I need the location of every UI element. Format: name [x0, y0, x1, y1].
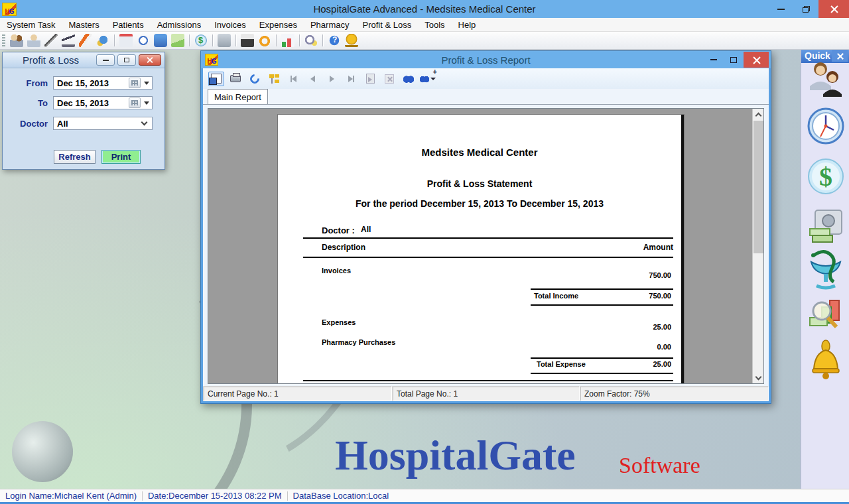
refresh-button[interactable]: Refresh: [54, 150, 96, 164]
alerts-bell-icon[interactable]: [807, 340, 844, 381]
print-button[interactable]: Print: [101, 150, 141, 164]
safe-icon[interactable]: [218, 34, 231, 47]
next-page-button[interactable]: [324, 72, 340, 86]
report-status-bar: Current Page No.: 1 Total Page No.: 1 Zo…: [203, 386, 769, 401]
scroll-up-button[interactable]: [753, 109, 764, 120]
minimize-icon: [777, 9, 785, 10]
dropdown-arrow-icon[interactable]: [144, 82, 149, 85]
chevron-down-icon: [141, 119, 148, 126]
menu-invoices[interactable]: Invoices: [208, 19, 253, 31]
doctor-dropdown[interactable]: All: [53, 117, 153, 130]
phone-icon[interactable]: [154, 34, 167, 47]
menu-expenses[interactable]: Expenses: [253, 19, 304, 31]
close-button[interactable]: [818, 0, 849, 18]
hospital-icon[interactable]: [119, 34, 133, 47]
menu-admissions[interactable]: Admissions: [151, 19, 208, 31]
report-window: HG Profit & Loss Report: [200, 50, 771, 404]
menu-masters[interactable]: Masters: [62, 19, 105, 31]
cash-register-icon[interactable]: [241, 34, 254, 47]
goto-page-icon: [366, 74, 375, 84]
pharmacy-bowl-icon[interactable]: [807, 247, 844, 290]
appointments-clock-icon[interactable]: [807, 107, 844, 145]
status-database-location: DataBase Location:Local: [288, 491, 395, 501]
toolbar-separator: [276, 34, 277, 46]
reports-search-chart-icon[interactable]: [807, 295, 844, 332]
menu-profit-loss[interactable]: Profit & Loss: [356, 19, 418, 31]
clock-icon[interactable]: [137, 34, 150, 47]
menu-pharmacy[interactable]: Pharmacy: [304, 19, 356, 31]
cash-icon[interactable]: [171, 34, 184, 47]
dialog-maximize-button[interactable]: [117, 54, 136, 66]
last-page-icon: [353, 76, 354, 82]
report-close-button[interactable]: [744, 52, 769, 68]
menu-help[interactable]: Help: [452, 19, 483, 31]
caret-down-icon: [755, 373, 762, 380]
print-report-button[interactable]: [228, 72, 243, 86]
previous-page-button[interactable]: [304, 72, 320, 86]
from-date-value: Dec 15, 2013: [54, 78, 129, 88]
report-minimize-button[interactable]: [704, 52, 724, 68]
close-icon: [836, 52, 844, 60]
minimize-button[interactable]: [768, 0, 793, 18]
help-icon[interactable]: [328, 34, 341, 47]
to-date-field[interactable]: Dec 15, 2013: [53, 96, 153, 109]
total-expense-amount: 25.00: [531, 360, 671, 368]
menu-patients[interactable]: Patients: [106, 19, 151, 31]
calendar-icon[interactable]: [129, 97, 141, 108]
calendar-icon[interactable]: [129, 78, 141, 88]
dialog-title-bar[interactable]: Profit & Loss: [3, 52, 164, 68]
from-date-field[interactable]: Dec 15, 2013: [53, 76, 153, 90]
clock-moon-icon[interactable]: [304, 34, 318, 47]
expenses-safe-icon[interactable]: [807, 208, 844, 245]
minimize-icon: [103, 60, 109, 61]
report-statement-title: Profit & Loss Statement: [278, 178, 681, 189]
undo-arrow-icon[interactable]: [258, 34, 271, 47]
menu-system-task[interactable]: System Task: [0, 19, 62, 31]
dialog-close-button[interactable]: [139, 54, 161, 66]
microscope-icon[interactable]: [62, 34, 75, 47]
dropdown-arrow-icon[interactable]: [144, 101, 149, 105]
signature-pen-icon[interactable]: [44, 34, 58, 47]
maximize-icon: [124, 58, 129, 62]
goto-page-button[interactable]: [362, 72, 378, 86]
zoom-button[interactable]: [420, 72, 436, 86]
profit-loss-dialog: Profit & Loss From Dec 15, 2013 To Dec 1…: [2, 52, 165, 170]
group-tree-icon: [269, 74, 279, 84]
restore-icon: [803, 6, 810, 13]
report-maximize-button[interactable]: [724, 52, 744, 68]
report-title-bar[interactable]: HG Profit & Loss Report: [201, 51, 771, 68]
chart-icon[interactable]: [281, 34, 294, 47]
scroll-down-button[interactable]: [753, 372, 764, 383]
refresh-report-button[interactable]: [247, 72, 263, 86]
invoices-dollar-icon[interactable]: $: [807, 158, 844, 195]
last-page-icon: [348, 76, 353, 82]
status-date: Date:December 15-2013 08:22 PM: [143, 491, 287, 501]
scrollbar-thumb[interactable]: [753, 121, 763, 253]
report-window-title: Profit & Loss Report: [201, 54, 771, 66]
dialog-title: Profit & Loss: [23, 54, 79, 66]
vertical-scrollbar[interactable]: [752, 109, 763, 383]
line-pharmacy-label: Pharmacy Purchases: [322, 338, 395, 346]
ambulance-icon[interactable]: [96, 34, 109, 47]
two-users-icon[interactable]: [10, 34, 23, 47]
user-icon[interactable]: [27, 34, 40, 47]
from-label: From: [7, 78, 48, 88]
watermark-hospitalgate: HospitalGate: [335, 431, 576, 480]
toggle-group-tree-button[interactable]: [266, 72, 282, 86]
first-page-button[interactable]: [285, 72, 301, 86]
find-text-button[interactable]: [401, 72, 417, 86]
syringe-icon[interactable]: [79, 34, 92, 47]
cancel-loading-button[interactable]: [381, 72, 397, 86]
restore-button[interactable]: [793, 0, 818, 18]
report-page: Medsites Medical Center Profit & Loss St…: [278, 115, 684, 383]
last-page-button[interactable]: [343, 72, 359, 86]
menu-tools[interactable]: Tools: [418, 19, 451, 31]
export-report-button[interactable]: [208, 72, 224, 86]
tab-main-report[interactable]: Main Report: [208, 89, 268, 104]
dialog-minimize-button[interactable]: [96, 54, 115, 66]
patients-people-icon[interactable]: [807, 60, 844, 97]
bell-icon[interactable]: [345, 34, 358, 47]
status-current-page: Current Page No.: 1: [203, 386, 392, 401]
dollar-coin-icon[interactable]: [194, 34, 208, 47]
watermark-software: Software: [619, 453, 700, 478]
